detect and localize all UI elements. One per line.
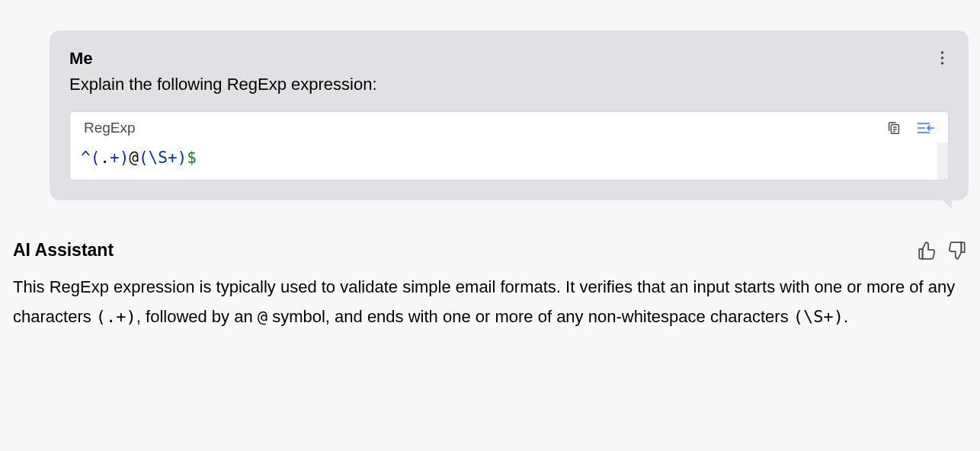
response-text: symbol, and ends with one or more of any…: [267, 307, 793, 326]
assistant-response-text: This RegExp expression is typically used…: [13, 273, 967, 331]
more-options-icon[interactable]: [936, 49, 949, 70]
thumbs-down-icon[interactable]: [947, 241, 967, 261]
user-prompt-text: Explain the following RegExp expression:: [69, 75, 949, 94]
copy-icon[interactable]: [886, 120, 902, 136]
user-name-label: Me: [69, 49, 93, 69]
regex-token: +: [110, 149, 120, 167]
regex-token: \S: [149, 149, 168, 167]
regex-token: ^: [81, 149, 91, 167]
inline-code: @: [258, 307, 267, 326]
thumbs-up-icon[interactable]: [917, 241, 937, 261]
assistant-message: AI Assistant This RegExp expression is t…: [11, 240, 969, 331]
code-language-label: RegExp: [84, 120, 136, 136]
regex-token: (: [91, 149, 101, 167]
svg-point-0: [941, 51, 944, 54]
code-scrollbar[interactable]: [937, 142, 948, 180]
code-content[interactable]: ^(.+)@(\S+)$: [70, 142, 948, 180]
assistant-name-label: AI Assistant: [13, 240, 114, 261]
user-message-bubble: Me Explain the following RegExp expressi…: [50, 30, 969, 200]
regex-token: ): [120, 149, 130, 167]
inline-code: (.+): [96, 307, 136, 326]
response-text: , followed by an: [136, 307, 258, 326]
regex-token: .: [100, 149, 110, 167]
svg-point-1: [941, 56, 944, 59]
regex-token: (: [139, 149, 149, 167]
svg-point-2: [941, 62, 944, 65]
response-text: .: [844, 307, 848, 326]
inline-code: (\S+): [793, 307, 844, 326]
regex-token: ): [178, 149, 187, 167]
code-block: RegExp: [69, 111, 949, 181]
regex-token: $: [187, 149, 197, 167]
insert-code-icon[interactable]: [916, 120, 934, 136]
regex-token: @: [129, 149, 139, 167]
regex-token: +: [168, 149, 178, 167]
